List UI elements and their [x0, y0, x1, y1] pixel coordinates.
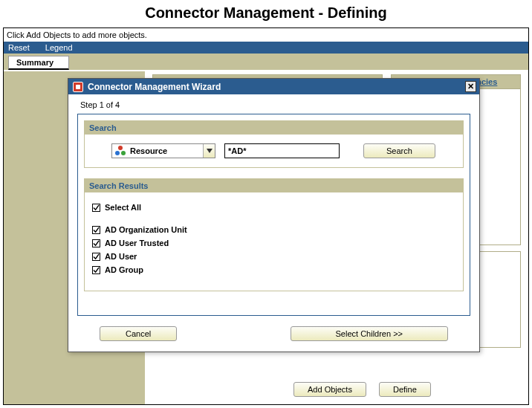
- dialog-inner-frame: Search Resource: [77, 114, 470, 316]
- result-row: AD User: [92, 252, 455, 261]
- tab-strip: Summary: [4, 54, 528, 70]
- dialog-body: Step 1 of 4 Search Resource: [68, 94, 479, 352]
- result-label: AD Group: [105, 265, 143, 274]
- result-checkbox[interactable]: [92, 226, 100, 234]
- result-label: AD User: [105, 252, 137, 261]
- cancel-button[interactable]: Cancel: [100, 326, 177, 341]
- result-checkbox[interactable]: [92, 266, 100, 274]
- legend-link[interactable]: Legend: [45, 43, 73, 52]
- resource-type-select[interactable]: Resource: [111, 143, 215, 158]
- resource-type-label: Resource: [129, 146, 203, 155]
- bottom-button-bar: Add Objects Define: [293, 382, 431, 397]
- result-checkbox[interactable]: [92, 239, 100, 247]
- select-all-checkbox[interactable]: [92, 204, 100, 212]
- result-label: AD Organization Unit: [105, 225, 187, 234]
- define-button[interactable]: Define: [379, 382, 431, 397]
- toolbar: Reset Legend: [4, 42, 528, 54]
- page-title: Connector Management - Defining: [0, 0, 532, 27]
- reset-link[interactable]: Reset: [8, 43, 30, 52]
- search-section-header: Search: [85, 121, 463, 135]
- close-icon[interactable]: ✕: [465, 81, 476, 92]
- search-section: Search Resource: [84, 120, 464, 168]
- svg-marker-0: [207, 149, 213, 153]
- oracle-logo-icon: [73, 82, 83, 92]
- resource-icon: [115, 146, 126, 156]
- select-all-label: Select All: [105, 203, 141, 212]
- select-children-button[interactable]: Select Children >>: [291, 326, 449, 341]
- results-section: Search Results Select All AD Organizatio…: [84, 178, 464, 291]
- chevron-down-icon[interactable]: [203, 144, 215, 158]
- dialog-titlebar[interactable]: Connector Management Wizard ✕: [68, 79, 479, 94]
- wizard-dialog: Connector Management Wizard ✕ Step 1 of …: [68, 78, 480, 352]
- search-input[interactable]: [224, 143, 340, 158]
- instruction-text: Click Add Objects to add more objects.: [4, 28, 528, 42]
- step-indicator: Step 1 of 4: [80, 100, 470, 109]
- result-row: AD User Trusted: [92, 239, 455, 247]
- results-section-header: Search Results: [85, 179, 463, 192]
- search-button[interactable]: Search: [363, 143, 435, 158]
- result-row: AD Organization Unit: [92, 225, 455, 234]
- result-checkbox[interactable]: [92, 253, 100, 261]
- tab-summary[interactable]: Summary: [8, 56, 69, 70]
- select-all-row: Select All: [92, 203, 455, 212]
- add-objects-button[interactable]: Add Objects: [293, 382, 366, 397]
- dialog-title-text: Connector Management Wizard: [88, 82, 221, 92]
- result-row: AD Group: [92, 265, 455, 274]
- result-label: AD User Trusted: [105, 239, 169, 247]
